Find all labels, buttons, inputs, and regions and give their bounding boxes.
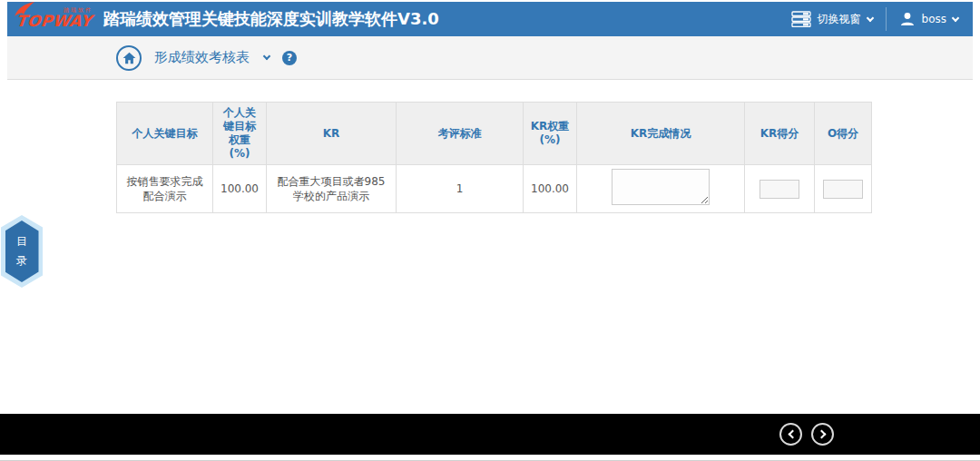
next-step-button[interactable] <box>811 423 834 446</box>
switch-window-label: 切换视窗 <box>818 12 861 27</box>
cell-criteria: 1 <box>397 165 524 213</box>
kr-score-input[interactable] <box>760 180 799 199</box>
kr-completion-textarea[interactable] <box>612 169 710 205</box>
cell-objective: 按销售要求完成配合演示 <box>117 165 213 213</box>
toc-tab-inner: 目录 <box>5 221 39 282</box>
header-kr-score: KR得分 <box>745 103 815 165</box>
logo-brand-text: TOPWAY <box>15 12 93 30</box>
cell-kr-completion <box>577 165 745 213</box>
help-button[interactable]: ? <box>282 51 297 65</box>
page-selector-chevron-icon[interactable] <box>263 53 270 60</box>
assessment-table-container: 个人关键目标 个人关键目标权重(%) KR 考评标准 KR权重(%) KR完成情… <box>116 102 872 213</box>
cell-kr-weight: 100.00 <box>524 165 577 213</box>
app-title: 踏瑞绩效管理关键技能深度实训教学软件V3.0 <box>103 8 439 30</box>
breadcrumb-bar: 形成绩效考核表 ? <box>7 36 973 80</box>
app-header: 踏瑞软件 TOPWAY 踏瑞绩效管理关键技能深度实训教学软件V3.0 切换视窗 … <box>7 2 973 36</box>
prev-step-button[interactable] <box>779 423 802 446</box>
home-button[interactable] <box>116 45 142 71</box>
header-kr: KR <box>267 103 397 165</box>
cell-objective-weight: 100.00 <box>213 165 267 213</box>
home-icon <box>122 52 136 64</box>
toc-tab[interactable]: 目录 <box>1 215 43 288</box>
user-menu[interactable]: boss <box>899 11 958 27</box>
switch-window-icon <box>791 11 811 27</box>
page-title: 形成绩效考核表 <box>154 49 250 66</box>
topway-logo: 踏瑞软件 TOPWAY <box>15 4 93 34</box>
toc-label: 目录 <box>16 232 28 270</box>
header-kr-completion: KR完成情况 <box>577 103 745 165</box>
chevron-down-icon <box>866 14 873 21</box>
header-criteria: 考评标准 <box>397 103 524 165</box>
cell-o-score <box>815 165 872 213</box>
username: boss <box>922 13 946 25</box>
header-divider <box>886 7 887 31</box>
chevron-right-icon <box>817 430 826 439</box>
cell-kr: 配合重大项目或者985学校的产品演示 <box>267 165 397 213</box>
assessment-table: 个人关键目标 个人关键目标权重(%) KR 考评标准 KR权重(%) KR完成情… <box>116 102 872 213</box>
table-row: 按销售要求完成配合演示 100.00 配合重大项目或者985学校的产品演示 1 … <box>117 165 872 213</box>
question-icon: ? <box>287 52 292 64</box>
footer-bar <box>0 414 980 455</box>
table-header-row: 个人关键目标 个人关键目标权重(%) KR 考评标准 KR权重(%) KR完成情… <box>117 103 872 165</box>
header-kr-weight: KR权重(%) <box>524 103 577 165</box>
o-score-input[interactable] <box>823 180 863 199</box>
header-objective-weight: 个人关键目标权重(%) <box>213 103 267 165</box>
cell-kr-score <box>745 165 815 213</box>
bottom-strip <box>0 455 980 461</box>
switch-window-menu[interactable]: 切换视窗 <box>791 11 873 27</box>
chevron-left-icon <box>788 430 797 439</box>
header-o-score: O得分 <box>815 103 872 165</box>
user-icon <box>899 11 916 27</box>
header-objective: 个人关键目标 <box>117 103 213 165</box>
chevron-down-icon <box>952 14 959 21</box>
